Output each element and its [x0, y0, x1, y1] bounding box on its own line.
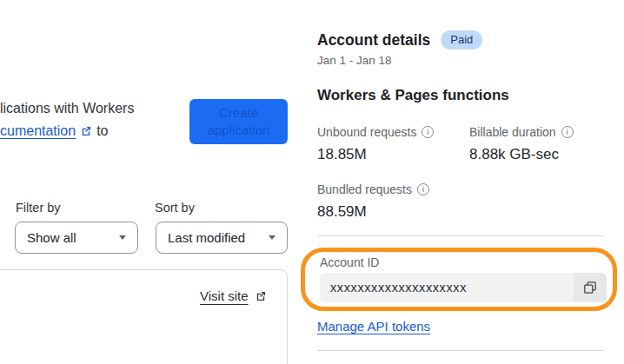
filter-dropdown[interactable]: Show all	[15, 222, 138, 254]
sort-dropdown[interactable]: Last modified	[156, 222, 288, 254]
copy-button[interactable]	[574, 273, 607, 302]
sort-dropdown-value: Last modified	[168, 230, 245, 245]
account-id-input[interactable]	[320, 273, 574, 302]
documentation-link[interactable]: cumentation	[0, 123, 76, 139]
stat-value: 8.88k GB-sec	[469, 146, 574, 163]
external-link-icon	[255, 290, 267, 302]
manage-api-tokens-link[interactable]: Manage API tokens	[317, 319, 430, 334]
paid-badge: Paid	[441, 30, 482, 50]
stat-billable-duration: Billable duration i 8.88k GB-sec	[469, 125, 574, 163]
stat-unbound-requests: Unbound requests i 18.85M	[317, 125, 434, 163]
workers-pages-functions-title: Workers & Pages functions	[317, 87, 509, 104]
site-card	[0, 269, 288, 364]
stat-value: 18.85M	[317, 146, 434, 163]
info-icon[interactable]: i	[422, 126, 434, 138]
intro-text-line2: cumentation to	[0, 123, 109, 139]
intro-text-line1: lications with Workers	[0, 101, 134, 116]
intro-text-suffix: to	[96, 123, 108, 139]
account-id-label: Account ID	[320, 255, 379, 269]
sort-by-label: Sort by	[155, 201, 195, 215]
copy-icon	[583, 281, 597, 295]
stat-bundled-requests: Bundled requests i 88.59M	[317, 182, 429, 221]
chevron-down-icon	[269, 235, 275, 240]
stat-label: Bundled requests	[317, 182, 412, 196]
visit-site-link[interactable]: Visit site	[200, 288, 267, 303]
divider	[317, 350, 604, 351]
info-icon[interactable]: i	[417, 183, 429, 195]
filter-dropdown-value: Show all	[27, 230, 76, 245]
info-icon[interactable]: i	[561, 126, 574, 138]
create-application-button[interactable]: Create application	[189, 99, 288, 144]
account-id-field	[320, 273, 607, 302]
date-range: Jan 1 - Jan 18	[317, 54, 392, 67]
account-details-title: Account details	[317, 31, 430, 50]
account-details-header: Account details Paid	[317, 30, 482, 50]
visit-site-label: Visit site	[200, 288, 249, 303]
stat-value: 88.59M	[317, 203, 429, 221]
external-link-icon	[80, 125, 92, 137]
filter-by-label: Filter by	[16, 201, 61, 215]
divider	[317, 235, 604, 236]
stat-label: Billable duration	[469, 125, 556, 139]
workers-pages-dashboard: lications with Workers cumentation to Cr…	[0, 0, 624, 364]
chevron-down-icon	[119, 235, 126, 240]
stat-label: Unbound requests	[317, 125, 416, 139]
